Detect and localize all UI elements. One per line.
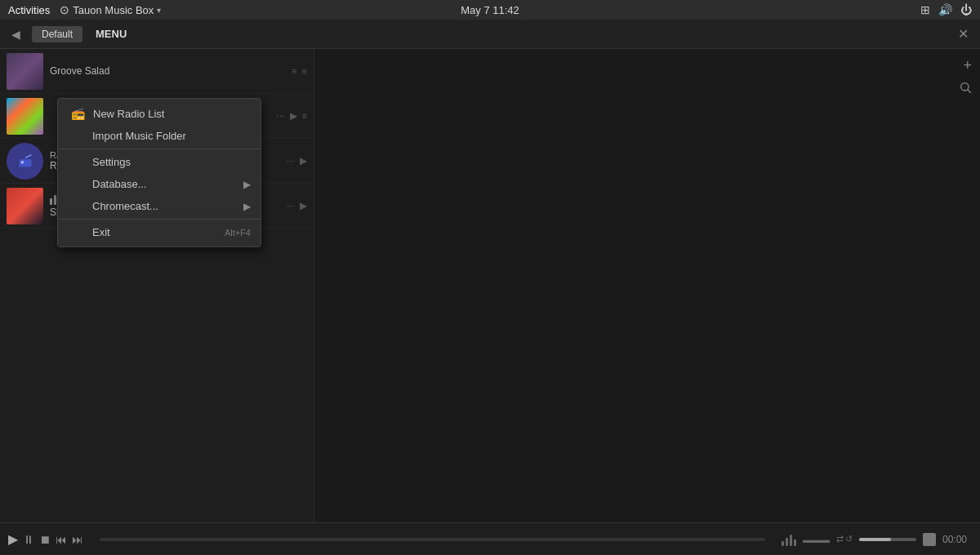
more-icon[interactable]: ··· [287,200,295,211]
more-icon[interactable]: ··· [287,155,295,166]
bars-icon: ≡ [292,66,296,76]
system-bar-left: Activities ⊙ Tauon Music Box ▾ [8,3,161,16]
repeat-icon[interactable]: ↺ [845,534,853,544]
play-button[interactable]: ▶ [8,531,18,547]
volume-slider[interactable] [859,538,916,541]
network-icon[interactable]: ⊞ [920,3,930,16]
power-icon[interactable]: ⏻ [960,3,972,16]
app-title: ⊙ Tauon Music Box ▾ [60,3,161,16]
menu-item-chromecast[interactable]: Chromecast... ▶ [58,195,261,217]
pause-button[interactable]: ⏸ [23,533,34,546]
next-button[interactable]: ⏭ [72,533,83,546]
play-icon[interactable]: ▶ [300,155,307,166]
menu-item-import-music[interactable]: Import Music Folder [58,125,261,147]
menu-item-exit[interactable]: Exit Alt+F4 [58,221,261,243]
item-controls: ≡ ≡ [292,66,307,76]
submenu-arrow-icon: ▶ [243,179,251,190]
shuffle-icon[interactable]: ⇄ [836,534,844,544]
album-art [7,98,43,135]
more-icon[interactable]: ··· [277,110,285,122]
app-icon: ⊙ [60,3,69,16]
menu-button[interactable]: MENU [89,25,133,42]
system-bar: Activities ⊙ Tauon Music Box ▾ May 7 11:… [0,0,980,20]
item-name: Groove Salad [50,65,292,77]
svg-line-2 [25,155,31,158]
playback-bar: ▶ ⏸ ⏹ ⏮ ⏭ ▬▬▬ ⇄ ↺ 00:00 [0,522,980,555]
svg-line-4 [968,90,971,93]
volume-fill [859,538,891,541]
right-panel: + [314,49,980,522]
menu-separator [58,219,261,220]
eq-bar [786,538,788,546]
dropdown-menu: 📻 New Radio List Import Music Folder Set… [57,98,261,247]
menu-item-database[interactable]: Database... ▶ [58,173,261,195]
list-item[interactable]: Groove Salad ≡ ≡ [0,49,314,94]
radio-icon [7,143,43,180]
vol-control: ▬▬▬ [803,535,830,544]
album-art [7,53,43,90]
eq-bar [794,539,796,546]
app-name-label: Tauon Music Box [73,4,154,16]
stop-button[interactable]: ⏹ [39,533,51,546]
menu-item-settings[interactable]: Settings [58,151,261,173]
shortcut-label: Alt+F4 [225,228,251,238]
mute-icon[interactable] [923,533,936,546]
prev-button[interactable]: ⏮ [56,533,67,546]
system-datetime: May 7 11:42 [461,4,519,16]
close-button[interactable]: ✕ [953,24,973,43]
vol-icon: ▬▬▬ [803,535,830,544]
submenu-arrow-icon: ▶ [243,201,251,212]
activities-button[interactable]: Activities [8,4,50,16]
item-controls: ··· ▶ [287,155,307,166]
item-controls: ··· ▶ [287,200,307,211]
eq-bars [782,533,796,546]
svg-rect-1 [20,161,24,164]
right-controls: ▬▬▬ ⇄ ↺ 00:00 [782,533,972,546]
system-bar-right: ⊞ 🔊 ⏻ [920,3,972,16]
item-info: Groove Salad [50,65,292,77]
play-controls: ▶ ⏸ ⏹ ⏮ ⏭ [8,531,83,547]
extra-controls: ⇄ ↺ [836,534,853,544]
eq-bar [782,541,784,546]
menu-item-new-radio[interactable]: 📻 New Radio List [58,102,261,125]
menu-separator [58,149,261,149]
add-button[interactable]: + [963,57,972,74]
dropdown-chevron-icon[interactable]: ▾ [157,6,161,15]
tab-default[interactable]: Default [32,26,82,42]
album-art [7,188,43,224]
item-controls: ··· ▶ ≡ [277,110,307,122]
progress-bar[interactable] [100,538,765,541]
play-icon[interactable]: ▶ [290,110,297,122]
bars-icon: ≡ [302,111,307,121]
time-display: 00:00 [942,534,972,545]
svg-point-3 [961,83,969,91]
menu-icon: ≡ [302,66,307,76]
volume-icon[interactable]: 🔊 [938,3,952,16]
app-header: ◀ Default MENU ✕ [0,20,980,49]
main-area: Groove Salad ≡ ≡ ··· ▶ ≡ [0,49,980,522]
play-icon[interactable]: ▶ [300,200,307,211]
eq-bar [790,535,792,546]
search-button[interactable] [959,81,972,96]
back-button[interactable]: ◀ [7,26,25,42]
radio-list-icon: 📻 [71,107,85,120]
